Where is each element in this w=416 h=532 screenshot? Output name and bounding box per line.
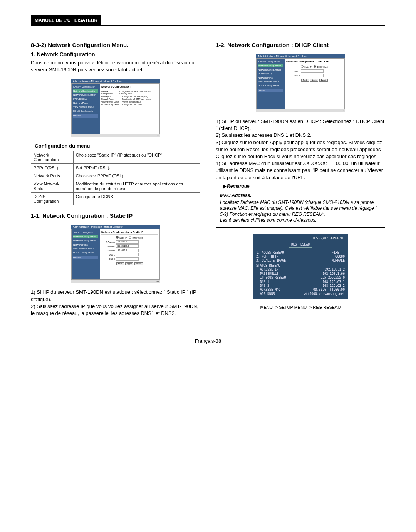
reset-button[interactable]: Reset	[319, 79, 327, 82]
reg-row-label: PASSERELLE	[260, 272, 278, 276]
ss-main-title: Network Configuration	[101, 85, 158, 89]
reg-row-value: 00.30.6f.ff.00:00	[313, 288, 345, 292]
ss-sidebar-item: System Configuration	[73, 231, 98, 234]
ss-cell: DDNS Configuration	[101, 103, 122, 106]
ss-cell: View a network status	[122, 101, 141, 103]
reg-row-value: FIXE ..	[332, 251, 345, 255]
ss-cell: Configuration of DDNS	[122, 103, 142, 106]
dns2-input[interactable]	[116, 257, 139, 261]
field-label: DNS 2	[286, 74, 300, 77]
ss-main-title: Network Configuration - Static IP	[101, 231, 158, 235]
ss-sidebar-item: Utilities	[73, 256, 98, 259]
static-ip-steps: 1) Si l'IP du serveur SMT-190DN est stat…	[31, 289, 200, 317]
dns2-input[interactable]	[301, 74, 324, 77]
reg-row-value: 00080	[335, 255, 345, 259]
reg-row-label: ADRESSE IP	[260, 268, 278, 272]
ss-sidebar-item: Network Ports	[73, 243, 98, 246]
dhcp-steps: 1) Si l'IP du serveur SMT-190DN est en D…	[216, 118, 385, 181]
ss-sidebar: System Configuration Network Configurati…	[72, 229, 100, 279]
reg-row-value: NORMALE	[332, 259, 345, 263]
apply-button[interactable]: Apply	[125, 262, 133, 265]
ss-cell: Modification of HTTP port number	[122, 98, 151, 100]
ss-sidebar-item: DDNS Configuration	[73, 251, 98, 254]
ip-address-input[interactable]: 192.168.1.2	[116, 240, 139, 244]
left-column: 8-3-2) Network Configuration Menu. 1. Ne…	[31, 38, 200, 319]
menu-config-heading: Configuration du menu	[31, 143, 200, 149]
ss-main-panel: Network Configuration - Static IP Static…	[100, 229, 159, 279]
ss-sidebar-item: Network Ports	[73, 101, 98, 104]
ss-main-panel: Network Configuration Network Configurat…	[100, 84, 159, 134]
reg-row-value: 168.126.63.1	[322, 280, 345, 284]
ss-sidebar-item: Network Configuration	[73, 93, 98, 96]
reg-row-label: 3. QUALITE IMAGE	[256, 259, 286, 263]
reg-reseau-box: 07/07/07 00:00:01 REG RESEAU 1. ACCES RE…	[253, 234, 348, 299]
ss-cell: Configuration of Network IP Address, Gat…	[119, 90, 158, 95]
table-cell: Choisissez "Static IP" (IP statique) ou …	[73, 151, 200, 164]
subsection-heading-12: 1-2. Network Configuration : DHCP Client	[216, 42, 385, 48]
netmask-input[interactable]: 255.255.255.0	[116, 244, 139, 248]
apply-button[interactable]: Apply	[310, 79, 318, 82]
header-rule	[31, 25, 385, 26]
intro-paragraph: Dans ce menu, vous pouvez définir l'envi…	[31, 59, 200, 73]
header-bar: MANUEL DE L'UTILISATEUR	[31, 15, 101, 25]
radio-row: Static IP DHCP Client	[101, 236, 158, 239]
back-button[interactable]: Back	[301, 79, 309, 82]
dns1-input[interactable]	[116, 253, 139, 256]
ss-cell: Network Configuration	[101, 90, 119, 95]
reg-row-label: DNS 2	[260, 284, 269, 288]
ss-sidebar-item: PPPoE(DSL)	[258, 72, 283, 75]
ss-sidebar-item: Utilities	[258, 89, 283, 92]
remark-box: Remarque MAC Address. Localisez l'adress…	[216, 187, 385, 228]
section-heading-832: 8-3-2) Network Configuration Menu.	[31, 42, 200, 48]
ss-window-title: Administrator - Microsoft Internet Explo…	[71, 225, 160, 229]
screenshot-static-ip: Administrator - Microsoft Internet Explo…	[71, 225, 160, 283]
ss-footer: ●●	[71, 280, 160, 283]
reg-row-value: wff0000.websamsung.net	[304, 292, 345, 296]
field-label: DNS 2	[101, 258, 115, 260]
table-cell: DDNS Configuration	[31, 193, 74, 205]
ss-cell: View Network Status	[101, 101, 122, 103]
reset-button[interactable]: Reset	[134, 262, 143, 265]
table-cell: Network Ports	[31, 172, 74, 180]
ss-sidebar-item: Network Configuration	[258, 64, 283, 67]
subsection-heading-1: 1. Network Configuration	[31, 51, 200, 57]
table-cell: View Network Status	[31, 180, 74, 193]
radio-dhcp-client[interactable]	[129, 236, 131, 239]
reg-title: REG RESEAU	[289, 242, 312, 247]
ss-sidebar-item: View Network Status	[73, 247, 98, 250]
reg-row-value: 255.255.255.0	[320, 276, 345, 280]
field-label: NetMask	[101, 245, 115, 247]
radio-row: Static IP DHCP Client	[286, 65, 343, 68]
reg-row-value: 192.168.1.2	[324, 268, 345, 272]
reg-row-value: 192.168.1.66	[322, 272, 345, 276]
table-cell: Network Configuration	[31, 151, 74, 164]
reg-row-label: 2. PORT HTTP	[256, 255, 278, 259]
screenshot-network-config-menu: Administrator - Microsoft Internet Explo…	[71, 79, 160, 137]
back-button[interactable]: Back	[116, 262, 124, 265]
ss-sidebar-item: Network Configuration	[73, 235, 98, 238]
ss-sidebar-item: Utilities	[73, 114, 98, 117]
reg-datetime: 07/07/07 00:00:01	[256, 237, 345, 241]
ss-window-title: Administrator - Microsoft Internet Explo…	[71, 79, 160, 83]
ss-cell: Network Ports	[101, 98, 122, 100]
remark-subtitle: MAC Address.	[220, 193, 381, 198]
table-cell: Set PPPoE (DSL).	[73, 164, 200, 172]
table-cell: Modification du statut du HTTP et autres…	[73, 180, 200, 193]
radio-static-ip[interactable]	[116, 236, 119, 239]
page-number: Français-38	[31, 338, 385, 344]
gateway-input[interactable]: 192.168.1.1	[116, 249, 139, 252]
ss-sidebar-item: Network Configuration	[73, 89, 98, 93]
ss-sidebar-item: Network Configuration	[258, 68, 283, 71]
radio-static-ip[interactable]	[301, 65, 304, 68]
reg-caption: MENU -> SETUP MENU -> REG RESEAU	[216, 305, 385, 310]
reg-row-label: DNS 1	[260, 280, 269, 284]
reg-row-label: ADRESSE MAC	[260, 288, 280, 292]
ss-sidebar-item: Network Configuration	[73, 239, 98, 242]
ss-cell: PPPoE(DSL)	[101, 95, 122, 98]
table-cell: Configurer le DDNS	[73, 193, 200, 205]
ss-sidebar-item: PPPoE(DSL)	[73, 98, 98, 101]
ss-cell: Configuration of PPPoE(DSL)	[122, 95, 148, 98]
dns1-input[interactable]	[301, 69, 324, 73]
ss-main-panel: Network Configuration - DHCP IP Static I…	[285, 59, 344, 109]
radio-dhcp-client[interactable]	[314, 65, 316, 68]
